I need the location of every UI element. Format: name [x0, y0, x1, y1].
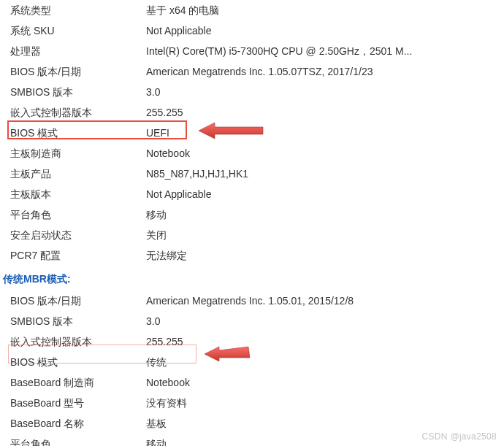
label-embedded-controller: 嵌入式控制器版本: [10, 106, 146, 119]
system-info-bottom: BIOS 版本/日期 American Megatrends Inc. 1.05…: [0, 291, 504, 446]
row-smbios-version-2: SMBIOS 版本 3.0: [0, 311, 504, 331]
label-baseboard-product: 主板产品: [10, 167, 146, 180]
row-embedded-controller: 嵌入式控制器版本 255.255: [0, 102, 504, 123]
row-baseboard-version: 主板版本 Not Applicable: [0, 184, 504, 204]
value-bios-version-date: American Megatrends Inc. 1.05.07TSZ, 201…: [146, 65, 504, 78]
system-info-top: 系统类型 基于 x64 的电脑 系统 SKU Not Applicable 处理…: [0, 0, 504, 266]
row-platform-role: 平台角色 移动: [0, 204, 504, 225]
label-baseboard-model-2: BaseBoard 型号: [10, 396, 146, 410]
label-system-sku: 系统 SKU: [10, 24, 146, 37]
value-platform-role: 移动: [146, 208, 504, 221]
value-bios-mode: UEFI: [146, 126, 504, 139]
label-platform-role: 平台角色: [10, 208, 146, 221]
row-baseboard-name-2: BaseBoard 名称 基板: [0, 413, 504, 434]
row-secure-boot: 安全启动状态 关闭: [0, 225, 504, 245]
label-bios-version-date-2: BIOS 版本/日期: [10, 294, 146, 307]
label-smbios-version-2: SMBIOS 版本: [10, 315, 146, 328]
value-embedded-controller-2: 255.255: [146, 335, 504, 348]
value-secure-boot: 关闭: [146, 228, 504, 242]
label-baseboard-manufacturer: 主板制造商: [10, 147, 146, 160]
label-processor: 处理器: [10, 45, 146, 58]
value-baseboard-manufacturer-2: Notebook: [146, 376, 504, 389]
value-bios-mode-2: 传统: [146, 355, 504, 369]
label-pcr7: PCR7 配置: [10, 249, 146, 262]
row-bios-mode-2: BIOS 模式 传统: [0, 352, 504, 372]
row-baseboard-manufacturer: 主板制造商 Notebook: [0, 143, 504, 164]
label-baseboard-version: 主板版本: [10, 188, 146, 201]
value-processor: Intel(R) Core(TM) i5-7300HQ CPU @ 2.50GH…: [146, 45, 504, 58]
row-smbios-version: SMBIOS 版本 3.0: [0, 82, 504, 102]
row-baseboard-product: 主板产品 N85_N87,HJ,HJ1,HK1: [0, 164, 504, 184]
label-bios-version-date: BIOS 版本/日期: [10, 65, 146, 78]
row-pcr7: PCR7 配置 无法绑定: [0, 245, 504, 266]
row-processor: 处理器 Intel(R) Core(TM) i5-7300HQ CPU @ 2.…: [0, 41, 504, 61]
value-system-sku: Not Applicable: [146, 24, 504, 37]
row-bios-version-date: BIOS 版本/日期 American Megatrends Inc. 1.05…: [0, 61, 504, 82]
row-baseboard-manufacturer-2: BaseBoard 制造商 Notebook: [0, 372, 504, 393]
value-baseboard-manufacturer: Notebook: [146, 147, 504, 160]
label-secure-boot: 安全启动状态: [10, 228, 146, 242]
value-baseboard-name-2: 基板: [146, 417, 504, 430]
value-system-type: 基于 x64 的电脑: [146, 4, 504, 17]
row-baseboard-model-2: BaseBoard 型号 没有资料: [0, 393, 504, 413]
watermark: CSDN @java2508: [422, 431, 497, 442]
label-bios-mode-2: BIOS 模式: [10, 355, 146, 369]
label-smbios-version: SMBIOS 版本: [10, 85, 146, 99]
value-baseboard-version: Not Applicable: [146, 188, 504, 201]
label-baseboard-manufacturer-2: BaseBoard 制造商: [10, 376, 146, 389]
row-bios-mode: BIOS 模式 UEFI: [0, 123, 504, 143]
label-bios-mode: BIOS 模式: [10, 126, 146, 139]
row-bios-version-date-2: BIOS 版本/日期 American Megatrends Inc. 1.05…: [0, 291, 504, 311]
label-system-type: 系统类型: [10, 4, 146, 17]
label-baseboard-name-2: BaseBoard 名称: [10, 417, 146, 430]
value-baseboard-product: N85_N87,HJ,HJ1,HK1: [146, 167, 504, 180]
value-smbios-version: 3.0: [146, 85, 504, 99]
row-embedded-controller-2: 嵌入式控制器版本 255.255: [0, 331, 504, 352]
value-pcr7: 无法绑定: [146, 249, 504, 262]
value-bios-version-date-2: American Megatrends Inc. 1.05.01, 2015/1…: [146, 294, 504, 307]
row-system-sku: 系统 SKU Not Applicable: [0, 20, 504, 41]
label-embedded-controller-2: 嵌入式控制器版本: [10, 335, 146, 348]
value-embedded-controller: 255.255: [146, 106, 504, 119]
section-header-mbr: 传统MBR模式:: [0, 266, 504, 291]
label-platform-role-2: 平台角色: [10, 437, 146, 446]
value-smbios-version-2: 3.0: [146, 315, 504, 328]
row-system-type: 系统类型 基于 x64 的电脑: [0, 0, 504, 20]
value-baseboard-model-2: 没有资料: [146, 396, 504, 410]
